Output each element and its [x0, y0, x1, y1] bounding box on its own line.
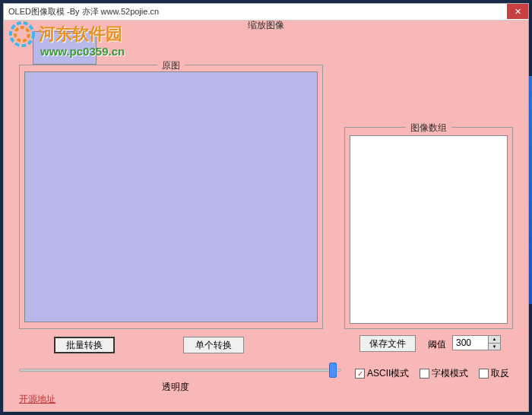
original-image-group: 原图: [19, 65, 323, 329]
close-icon: ✕: [515, 7, 521, 17]
font-checkbox-label: 字模模式: [432, 367, 468, 380]
array-output-textbox[interactable]: [350, 135, 508, 324]
opacity-slider-thumb[interactable]: [329, 363, 337, 378]
zoom-image-group: 缩放图像: [4, 21, 125, 69]
app-window: OLED图像取模 -By 亦泽 www.52pojie.cn ✕ 河东软件园 w…: [3, 3, 529, 412]
batch-convert-button[interactable]: 批量转换: [54, 337, 115, 353]
client-area: 原图 缩放图像 图像数组 批量转换 单个转换 保存文件 阈值 ▲ ▼: [4, 21, 528, 411]
checkbox-box: [479, 369, 489, 379]
save-file-button[interactable]: 保存文件: [359, 335, 416, 352]
check-icon: ✓: [357, 369, 363, 378]
invert-checkbox[interactable]: 取反: [479, 367, 509, 380]
threshold-spinner[interactable]: ▲ ▼: [452, 335, 501, 350]
close-button[interactable]: ✕: [507, 4, 528, 19]
image-array-group: 图像数组: [344, 127, 513, 329]
invert-checkbox-label: 取反: [491, 367, 509, 380]
titlebar: OLED图像取模 -By 亦泽 www.52pojie.cn ✕: [4, 4, 528, 21]
ascii-mode-checkbox[interactable]: ✓ ASCII模式: [355, 367, 409, 380]
threshold-down-icon[interactable]: ▼: [489, 344, 500, 350]
zoom-group-title: 缩放图像: [248, 19, 284, 32]
checkbox-box: [420, 369, 429, 379]
font-mode-checkbox[interactable]: 字模模式: [420, 367, 468, 380]
opacity-label: 透明度: [162, 381, 189, 394]
original-image-canvas[interactable]: [24, 71, 318, 322]
save-button-label: 保存文件: [369, 337, 406, 350]
window-title: OLED图像取模 -By 亦泽 www.52pojie.cn: [4, 6, 159, 17]
ascii-checkbox-label: ASCII模式: [367, 367, 409, 380]
mode-checkbox-row: ✓ ASCII模式 字模模式 取反: [355, 367, 509, 380]
batch-button-label: 批量转换: [66, 339, 103, 352]
single-button-label: 单个转换: [195, 339, 232, 352]
open-source-link[interactable]: 开源地址: [19, 393, 55, 406]
threshold-label: 阈值: [428, 338, 446, 351]
checkbox-box: ✓: [355, 369, 365, 379]
threshold-input[interactable]: [453, 336, 488, 350]
threshold-up-icon[interactable]: ▲: [489, 336, 500, 344]
opacity-slider-track[interactable]: [19, 369, 341, 372]
array-group-title: 图像数组: [406, 122, 451, 135]
single-convert-button[interactable]: 单个转换: [183, 337, 244, 353]
zoom-image-canvas: [33, 31, 97, 65]
original-group-title: 原图: [157, 59, 185, 72]
